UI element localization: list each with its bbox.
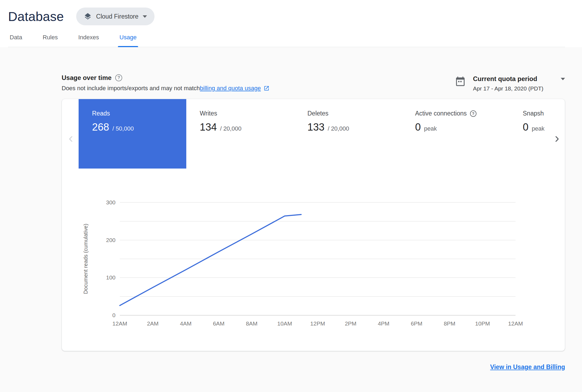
metric-value: 0 bbox=[523, 121, 528, 133]
svg-text:4PM: 4PM bbox=[378, 320, 389, 327]
usage-section-header: Usage over time ? Does not include impor… bbox=[62, 74, 565, 92]
product-selector-dropdown[interactable]: Cloud Firestore bbox=[76, 8, 155, 25]
svg-text:12AM: 12AM bbox=[113, 320, 127, 327]
tab-bar: Data Rules Indexes Usage bbox=[8, 31, 565, 47]
svg-text:10AM: 10AM bbox=[277, 320, 292, 327]
metric-tiles: Reads 268 / 50,000 Writes 134 / 20,000 D… bbox=[62, 99, 565, 169]
carousel-prev-button[interactable]: ‹ bbox=[65, 129, 77, 146]
chevron-down-icon bbox=[143, 15, 147, 18]
metric-denominator: / 20,000 bbox=[220, 125, 241, 132]
product-selector-label: Cloud Firestore bbox=[96, 13, 138, 20]
svg-text:12PM: 12PM bbox=[310, 320, 325, 327]
svg-text:4AM: 4AM bbox=[180, 320, 191, 327]
metric-tile-writes[interactable]: Writes 134 / 20,000 bbox=[186, 99, 294, 169]
firestore-icon bbox=[84, 12, 92, 20]
metric-label: Snapsh bbox=[523, 110, 565, 117]
view-usage-billing-link[interactable]: View in Usage and Billing bbox=[490, 363, 565, 371]
metric-value: 133 bbox=[307, 121, 324, 133]
metric-label: Active connections bbox=[415, 110, 467, 117]
svg-text:2AM: 2AM bbox=[147, 320, 159, 327]
metric-tile-reads[interactable]: Reads 268 / 50,000 bbox=[79, 99, 186, 169]
page-title: Database bbox=[8, 9, 64, 24]
section-subtitle: Does not include imports/exports and may… bbox=[62, 85, 269, 92]
tab-indexes[interactable]: Indexes bbox=[77, 31, 101, 47]
tab-rules[interactable]: Rules bbox=[41, 31, 59, 47]
tab-data[interactable]: Data bbox=[8, 31, 24, 47]
quota-period-selector[interactable]: Current quota period Apr 17 - Apr 18, 20… bbox=[455, 74, 565, 92]
metric-tile-active-connections[interactable]: Active connections ? 0 peak bbox=[402, 99, 509, 169]
open-in-new-icon[interactable] bbox=[264, 85, 269, 91]
metric-value: 134 bbox=[200, 121, 217, 133]
metric-denominator: peak bbox=[532, 125, 545, 132]
help-icon[interactable]: ? bbox=[470, 110, 476, 117]
firebase-console-page: Database Cloud Firestore Data Rules Inde… bbox=[0, 0, 582, 392]
svg-text:6AM: 6AM bbox=[213, 320, 225, 327]
metric-denominator: / 50,000 bbox=[112, 125, 134, 132]
metric-denominator: peak bbox=[424, 125, 437, 132]
usage-card: Reads 268 / 50,000 Writes 134 / 20,000 D… bbox=[62, 99, 565, 351]
tab-usage[interactable]: Usage bbox=[118, 31, 138, 47]
svg-text:8PM: 8PM bbox=[444, 320, 455, 327]
quota-period-range: Apr 17 - Apr 18, 2020 (PDT) bbox=[473, 85, 565, 92]
svg-text:6PM: 6PM bbox=[411, 320, 422, 327]
metric-denominator: / 20,000 bbox=[328, 125, 349, 132]
svg-text:10PM: 10PM bbox=[475, 320, 490, 327]
help-icon[interactable]: ? bbox=[115, 74, 122, 81]
svg-text:200: 200 bbox=[106, 237, 115, 243]
chevron-down-icon bbox=[561, 78, 565, 80]
metric-value: 268 bbox=[92, 121, 109, 133]
metric-tile-deletes[interactable]: Deletes 133 / 20,000 bbox=[294, 99, 402, 169]
calendar-icon bbox=[455, 75, 465, 88]
metric-value: 0 bbox=[415, 121, 421, 133]
page-header: Database Cloud Firestore Data Rules Inde… bbox=[0, 0, 582, 47]
usage-chart: 010020030012AM2AM4AM6AM8AM10AM12PM2PM4PM… bbox=[62, 192, 565, 342]
quota-period-label: Current quota period bbox=[473, 75, 537, 83]
svg-text:100: 100 bbox=[106, 274, 115, 281]
carousel-next-button[interactable]: › bbox=[551, 129, 563, 146]
svg-text:0: 0 bbox=[112, 312, 115, 318]
metric-label: Reads bbox=[92, 110, 186, 117]
svg-text:2PM: 2PM bbox=[345, 320, 356, 327]
metric-label: Deletes bbox=[307, 110, 402, 117]
svg-text:Document reads (cumulative): Document reads (cumulative) bbox=[83, 224, 89, 294]
svg-text:300: 300 bbox=[106, 199, 115, 205]
billing-quota-link[interactable]: billing and quota usage bbox=[200, 85, 261, 92]
svg-text:8AM: 8AM bbox=[246, 320, 257, 327]
section-title: Usage over time bbox=[62, 74, 111, 82]
metric-label: Writes bbox=[200, 110, 294, 117]
usage-content: Usage over time ? Does not include impor… bbox=[0, 47, 582, 392]
svg-text:12AM: 12AM bbox=[508, 320, 523, 327]
subtitle-text: Does not include imports/exports and may… bbox=[62, 85, 200, 92]
